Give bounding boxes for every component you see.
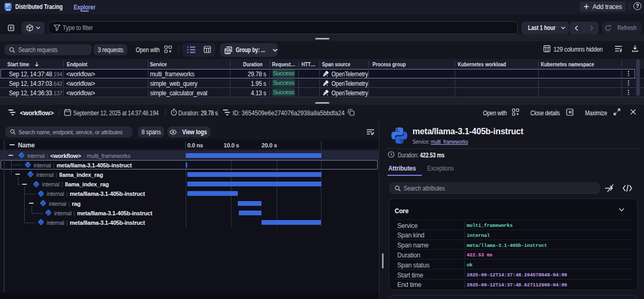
svg-text:NEW: NEW [6,9,11,11]
